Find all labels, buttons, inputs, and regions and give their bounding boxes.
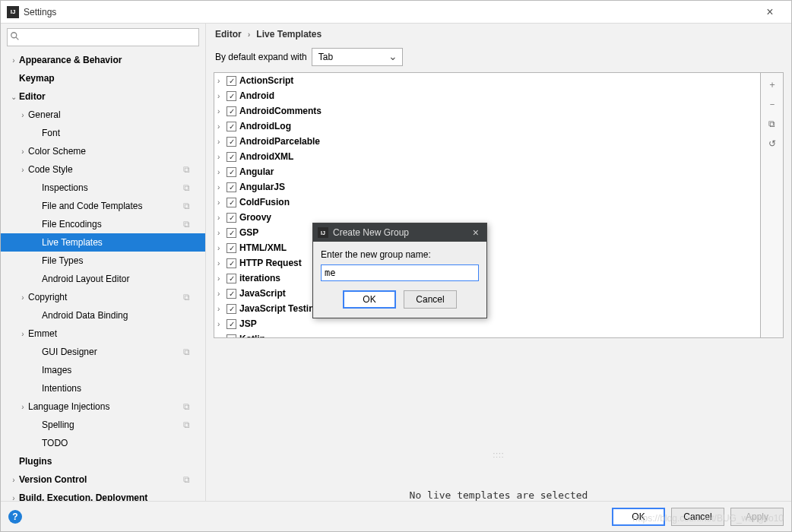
group-checkbox[interactable] bbox=[227, 137, 236, 147]
chevron-right-icon: › bbox=[17, 166, 28, 174]
chevron-right-icon: › bbox=[17, 147, 28, 156]
sidebar-item-android-layout-editor[interactable]: Android Layout Editor bbox=[1, 270, 205, 288]
sidebar-item-images[interactable]: Images bbox=[1, 361, 205, 379]
sidebar-item-label: Build, Execution, Deployment bbox=[19, 492, 147, 501]
sidebar-item-emmet[interactable]: ›Emmet bbox=[1, 325, 205, 343]
group-checkbox[interactable] bbox=[227, 76, 236, 86]
expand-with-select[interactable]: Tab bbox=[312, 48, 403, 66]
template-group-actionscript[interactable]: ›ActionScript bbox=[214, 73, 760, 88]
sidebar-item-todo[interactable]: TODO bbox=[1, 434, 205, 452]
template-group-android[interactable]: ›Android bbox=[214, 88, 760, 103]
chevron-right-icon: › bbox=[17, 111, 28, 119]
sidebar-item-editor[interactable]: ⌄Editor bbox=[1, 87, 205, 106]
sidebar-item-copyright[interactable]: ›Copyright⧉ bbox=[1, 288, 205, 306]
sidebar-item-version-control[interactable]: ›Version Control⧉ bbox=[1, 470, 205, 489]
sidebar-item-general[interactable]: ›General bbox=[1, 106, 205, 124]
sidebar-item-inspections[interactable]: Inspections⧉ bbox=[1, 179, 205, 197]
sidebar-item-file-encodings[interactable]: File Encodings⧉ bbox=[1, 215, 205, 233]
template-group-jsp[interactable]: ›JSP bbox=[214, 316, 760, 331]
group-checkbox[interactable] bbox=[227, 122, 236, 131]
help-button[interactable]: ? bbox=[8, 510, 22, 524]
add-button[interactable]: ＋ bbox=[765, 78, 779, 91]
chevron-right-icon: › bbox=[217, 214, 227, 222]
chevron-right-icon: › bbox=[217, 107, 227, 116]
sidebar-item-color-scheme[interactable]: ›Color Scheme bbox=[1, 142, 205, 160]
sidebar-item-spelling[interactable]: Spelling⧉ bbox=[1, 416, 205, 434]
chevron-right-icon: › bbox=[217, 122, 227, 131]
template-group-http-request[interactable]: ›HTTP Request bbox=[214, 255, 760, 271]
search-input[interactable] bbox=[7, 28, 199, 46]
template-group-androidparcelable[interactable]: ›AndroidParcelable bbox=[214, 134, 760, 149]
group-checkbox[interactable] bbox=[227, 319, 236, 329]
ok-button[interactable]: OK bbox=[612, 508, 665, 526]
close-icon[interactable]: × bbox=[755, 5, 785, 19]
sidebar-item-label: Font bbox=[42, 128, 60, 138]
revert-button[interactable]: ↺ bbox=[765, 137, 779, 150]
sidebar-item-label: Code Style bbox=[28, 164, 73, 175]
chevron-right-icon: › bbox=[217, 229, 227, 237]
template-group-groovy[interactable]: ›Groovy bbox=[214, 210, 760, 225]
group-checkbox[interactable] bbox=[227, 274, 236, 283]
group-checkbox[interactable] bbox=[227, 198, 236, 207]
sidebar-item-font[interactable]: Font bbox=[1, 124, 205, 142]
group-checkbox[interactable] bbox=[227, 289, 236, 299]
template-group-gsp[interactable]: ›GSP bbox=[214, 225, 760, 240]
sidebar-item-keymap[interactable]: Keymap bbox=[1, 69, 205, 87]
group-label: HTML/XML bbox=[239, 242, 287, 253]
group-label: AndroidParcelable bbox=[239, 136, 320, 147]
dialog-titlebar[interactable]: IJ Create New Group × bbox=[313, 223, 486, 242]
template-group-angularjs[interactable]: ›AngularJS bbox=[214, 179, 760, 195]
group-checkbox[interactable] bbox=[227, 243, 236, 253]
dialog-ok-button[interactable]: OK bbox=[343, 290, 396, 309]
sidebar-item-build-execution-deployment[interactable]: ›Build, Execution, Deployment bbox=[1, 489, 205, 501]
group-checkbox[interactable] bbox=[227, 167, 236, 177]
group-label: AndroidXML bbox=[239, 151, 293, 162]
chevron-right-icon: › bbox=[8, 476, 19, 484]
sidebar-item-plugins[interactable]: Plugins bbox=[1, 452, 205, 470]
settings-tree[interactable]: ›Appearance & BehaviorKeymap⌄Editor›Gene… bbox=[1, 51, 205, 501]
apply-button[interactable]: Apply bbox=[730, 508, 784, 526]
group-checkbox[interactable] bbox=[227, 182, 236, 192]
template-tree[interactable]: ›ActionScript›Android›AndroidComments›An… bbox=[214, 72, 761, 338]
template-group-kotlin[interactable]: ›Kotlin bbox=[214, 331, 760, 338]
group-checkbox[interactable] bbox=[227, 213, 236, 223]
sidebar-item-file-types[interactable]: File Types bbox=[1, 252, 205, 270]
template-group-javascript-testing[interactable]: ›JavaScript Testing bbox=[214, 301, 760, 316]
group-checkbox[interactable] bbox=[227, 258, 236, 268]
sidebar-item-appearance-behavior[interactable]: ›Appearance & Behavior bbox=[1, 51, 205, 69]
sidebar-item-code-style[interactable]: ›Code Style⧉ bbox=[1, 160, 205, 179]
group-checkbox[interactable] bbox=[227, 334, 236, 339]
sidebar-item-label: Spelling bbox=[42, 420, 74, 430]
group-checkbox[interactable] bbox=[227, 106, 236, 116]
sidebar-item-android-data-binding[interactable]: Android Data Binding bbox=[1, 306, 205, 325]
resize-grip[interactable]: :::: bbox=[206, 451, 791, 459]
cancel-button[interactable]: Cancel bbox=[671, 508, 724, 526]
chevron-right-icon: › bbox=[217, 138, 227, 146]
close-icon[interactable]: × bbox=[470, 226, 482, 239]
copy-button[interactable]: ⧉ bbox=[765, 117, 779, 131]
group-checkbox[interactable] bbox=[227, 228, 236, 238]
template-group-javascript[interactable]: ›JavaScript bbox=[214, 286, 760, 301]
group-name-input[interactable] bbox=[321, 264, 479, 281]
group-checkbox[interactable] bbox=[227, 152, 236, 162]
template-group-angular[interactable]: ›Angular bbox=[214, 164, 760, 179]
template-group-androidxml[interactable]: ›AndroidXML bbox=[214, 149, 760, 164]
template-group-androidcomments[interactable]: ›AndroidComments bbox=[214, 103, 760, 119]
template-group-androidlog[interactable]: ›AndroidLog bbox=[214, 119, 760, 134]
sidebar-item-label: Android Data Binding bbox=[42, 310, 128, 321]
sidebar-item-intentions[interactable]: Intentions bbox=[1, 379, 205, 397]
sidebar-item-gui-designer[interactable]: GUI Designer⧉ bbox=[1, 343, 205, 361]
window-title: Settings bbox=[24, 7, 56, 17]
group-label: GSP bbox=[239, 227, 258, 238]
group-checkbox[interactable] bbox=[227, 304, 236, 314]
group-checkbox[interactable] bbox=[227, 91, 236, 101]
template-group-iterations[interactable]: ›iterations bbox=[214, 271, 760, 286]
template-group-coldfusion[interactable]: ›ColdFusion bbox=[214, 195, 760, 210]
chevron-right-icon: › bbox=[217, 77, 227, 85]
remove-button[interactable]: － bbox=[765, 97, 779, 111]
template-group-html-xml[interactable]: ›HTML/XML bbox=[214, 240, 760, 255]
dialog-cancel-button[interactable]: Cancel bbox=[404, 290, 457, 309]
sidebar-item-language-injections[interactable]: ›Language Injections⧉ bbox=[1, 397, 205, 416]
sidebar-item-live-templates[interactable]: Live Templates bbox=[1, 233, 205, 252]
sidebar-item-file-and-code-templates[interactable]: File and Code Templates⧉ bbox=[1, 197, 205, 215]
